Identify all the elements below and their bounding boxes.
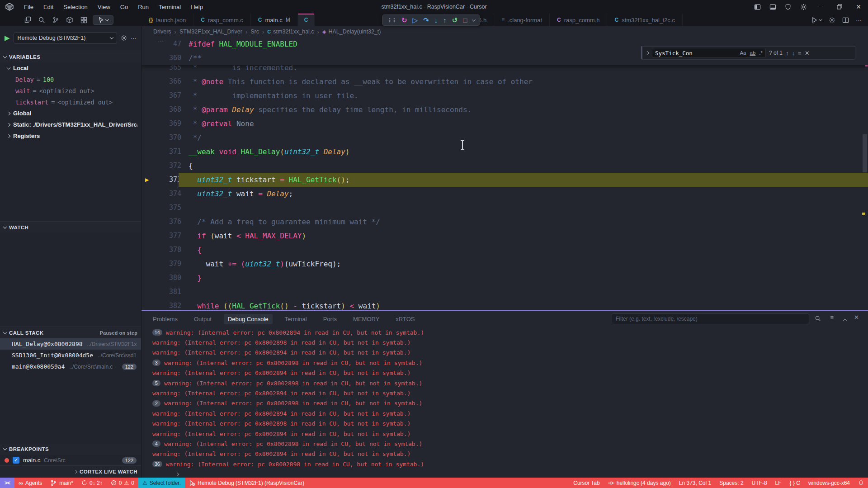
search-icon[interactable] — [815, 315, 821, 322]
panel-tab-memory[interactable]: MEMORY — [349, 314, 383, 324]
line-number[interactable]: 367 — [142, 89, 181, 103]
menu-file[interactable]: File — [20, 2, 38, 12]
code-line[interactable]: 370 */ — [142, 131, 868, 145]
debug-settings-gear-icon[interactable] — [121, 35, 127, 41]
layout-sidebar-icon[interactable] — [750, 0, 765, 14]
code-line[interactable]: 367 * implementations in user file. — [142, 89, 868, 103]
status-select-folder[interactable]: ⚠Select folder. — [138, 478, 185, 488]
variables-group-registers[interactable]: Registers — [0, 130, 141, 142]
variables-group-global[interactable]: Global — [0, 108, 141, 119]
status-agents[interactable]: ∞Agents — [14, 478, 46, 488]
line-number[interactable]: 378 — [142, 243, 181, 257]
source-control-icon[interactable] — [51, 15, 61, 25]
breadcrumb-item[interactable]: Cstm32f1xx_hal.c — [267, 28, 314, 35]
menu-edit[interactable]: Edit — [39, 2, 57, 12]
split-editor-icon[interactable] — [842, 17, 849, 24]
shield-icon[interactable] — [780, 0, 796, 14]
search-icon[interactable] — [37, 15, 47, 25]
reset-icon[interactable]: ↺ — [452, 17, 458, 24]
panel-tab-terminal[interactable]: Terminal — [281, 314, 311, 324]
panel-tab-ports[interactable]: Ports — [319, 314, 341, 324]
tab-stm32f1xx-hal.c[interactable]: C — [298, 14, 315, 26]
menu-terminal[interactable]: Terminal — [155, 2, 185, 12]
panel-tab-output[interactable]: Output — [190, 314, 216, 324]
variable-row[interactable]: tickstart=<optimized out> — [0, 96, 141, 108]
console-filter-input[interactable] — [612, 313, 809, 324]
variables-group-static[interactable]: Static: ./Drivers/STM32F1xx_HAL_Driver/S… — [0, 119, 141, 130]
menu-go[interactable]: Go — [116, 2, 132, 12]
breadcrumb-item[interactable]: ◈HAL_Delay(uint32_t) — [322, 28, 381, 35]
line-number[interactable]: 360 — [142, 51, 181, 65]
line-number[interactable]: 368 — [142, 103, 181, 117]
run-debug-icon[interactable] — [811, 17, 822, 24]
copy-icon[interactable] — [23, 15, 33, 25]
status-toolchain[interactable]: windows-gcc-x64 — [804, 478, 854, 488]
filter-list-icon[interactable]: ≡ — [830, 314, 834, 321]
breakpoints-section-header[interactable]: BREAKPOINTS — [0, 443, 141, 455]
code-line[interactable]: 366 * @note This function is declared as… — [142, 75, 868, 89]
code-line[interactable]: 379 wait += (uint32_t)(uwTickFreq); — [142, 257, 868, 271]
tab-rasp-comm.c[interactable]: Crasp_comm.c — [193, 14, 251, 26]
line-number[interactable]: 371 — [142, 145, 181, 159]
breakpoint-row[interactable]: ✓main.cCore\Src122 — [0, 455, 141, 466]
code-line[interactable]: 380 } — [142, 271, 868, 285]
code-line[interactable]: 369 * @retval None — [142, 117, 868, 131]
step-out-icon[interactable]: ↑ — [443, 17, 447, 24]
breakpoint-checkbox[interactable]: ✓ — [13, 457, 19, 464]
match-case-icon[interactable]: Aa — [740, 50, 746, 56]
tab-.clang-format[interactable]: ≡.clang-format — [494, 14, 550, 26]
status-problems[interactable]: 0⚠0 — [107, 478, 138, 488]
close-button[interactable]: ✕ — [849, 0, 868, 14]
call-stack-frame[interactable]: HAL_Delay@0x08002898../Drivers/STM32F1xx… — [0, 338, 141, 350]
status-cursor-position[interactable]: Ln 373, Col 1 — [675, 478, 715, 488]
menu-view[interactable]: View — [94, 2, 114, 12]
layout-grid-icon[interactable] — [79, 15, 89, 25]
line-number[interactable]: 377 — [142, 229, 181, 243]
minimize-button[interactable]: ─ — [811, 0, 830, 14]
line-number[interactable]: 366 — [142, 75, 181, 89]
call-stack-frame[interactable]: main@0x080059a4../Core/Src\main.c122 — [0, 361, 141, 372]
menu-selection[interactable]: Selection — [59, 2, 91, 12]
code-line[interactable]: 368 * @param Delay specifies the delay t… — [142, 103, 868, 117]
line-number[interactable]: 376 — [142, 215, 181, 229]
code-line[interactable]: 372{ — [142, 159, 868, 173]
next-match-icon[interactable]: ↓ — [792, 50, 795, 57]
status-sync-status[interactable]: 0↓ 2↑ — [77, 478, 107, 488]
start-debug-icon[interactable]: ▶ — [5, 34, 10, 42]
gear-icon[interactable] — [829, 17, 835, 24]
layout-panel-icon[interactable] — [765, 0, 780, 14]
status-eol[interactable]: LF — [771, 478, 786, 488]
line-number[interactable]: 372 — [142, 159, 181, 173]
toggle-replace-icon[interactable] — [646, 51, 649, 55]
code-line[interactable]: 381 — [142, 285, 868, 299]
code-line[interactable]: 378 { — [142, 243, 868, 257]
extensions-icon[interactable] — [65, 15, 75, 25]
code-editor[interactable]: 365 * is incremented.366 * @note This fu… — [142, 37, 868, 310]
code-line[interactable]: 382 while ((HAL_GetTick() - tickstart) <… — [142, 299, 868, 310]
code-line[interactable]: 371__weak void HAL_Delay(uint32_t Delay) — [142, 145, 868, 159]
status-cursor-tab[interactable]: Cursor Tab — [569, 478, 604, 488]
find-input[interactable]: SysTick_Con Aa ab .* — [652, 48, 766, 58]
line-number[interactable]: 382 — [142, 299, 181, 310]
line-number[interactable]: 381 — [142, 285, 181, 299]
remote-indicator[interactable]: >< — [0, 478, 14, 488]
line-number[interactable]: 369 — [142, 117, 181, 131]
status-branch[interactable]: main* — [46, 478, 77, 488]
cortex-live-watch-section-header[interactable]: CORTEX LIVE WATCH — [0, 465, 141, 477]
watch-section-header[interactable]: WATCH — [0, 221, 141, 233]
panel-tab-xrtos[interactable]: xRTOS — [392, 314, 419, 324]
regex-icon[interactable]: .* — [759, 50, 763, 56]
line-number[interactable]: 374 — [142, 187, 181, 201]
tab-stm32f1xx-hal-i2c.c[interactable]: Cstm32f1xx_hal_i2c.c — [607, 14, 682, 26]
menu-run[interactable]: Run — [134, 2, 153, 12]
line-number[interactable]: 375 — [142, 201, 181, 215]
more-actions-icon[interactable]: ⋯ — [856, 17, 862, 24]
status-notifications[interactable] — [854, 478, 868, 488]
breadcrumb-item[interactable]: STM32F1xx_HAL_Driver — [179, 28, 242, 35]
debug-config-select[interactable]: Remote Debug (STM32F1) — [14, 32, 117, 44]
code-line-current[interactable]: ▶373 uint32_t tickstart = HAL_GetTick(); — [142, 173, 868, 187]
tab-rasp-comm.h[interactable]: Crasp_comm.h — [550, 14, 607, 26]
code-line[interactable]: 375 — [142, 201, 868, 215]
maximize-panel-icon[interactable] — [844, 317, 846, 323]
debug-console-output[interactable]: 14warning: (Internal error: pc 0x8002894… — [142, 327, 868, 469]
